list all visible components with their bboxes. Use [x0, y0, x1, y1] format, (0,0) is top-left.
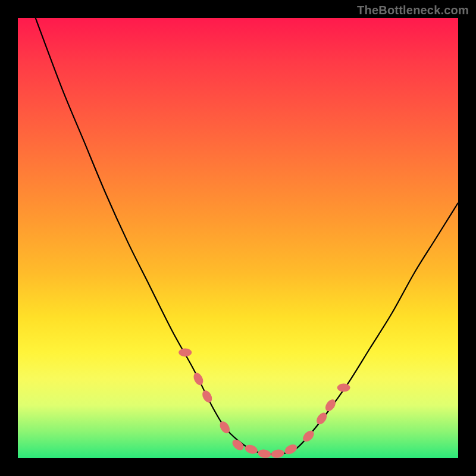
marker-dot — [301, 428, 316, 443]
chart-frame: TheBottleneck.com — [0, 0, 476, 476]
marker-dot — [337, 384, 350, 392]
marker-dot — [178, 348, 192, 356]
plot-area — [18, 18, 458, 458]
marker-dot — [271, 449, 285, 458]
marker-dot — [315, 411, 329, 426]
marker-group — [178, 348, 350, 458]
watermark-text: TheBottleneck.com — [357, 4, 469, 17]
marker-dot — [283, 443, 299, 456]
curve-svg — [18, 18, 458, 458]
marker-dot — [192, 371, 205, 387]
marker-dot — [230, 437, 246, 452]
marker-dot — [244, 443, 259, 455]
marker-dot — [323, 397, 337, 413]
bottleneck-curve — [36, 18, 458, 455]
marker-dot — [218, 419, 232, 435]
marker-dot — [257, 449, 271, 458]
marker-dot — [201, 389, 214, 404]
